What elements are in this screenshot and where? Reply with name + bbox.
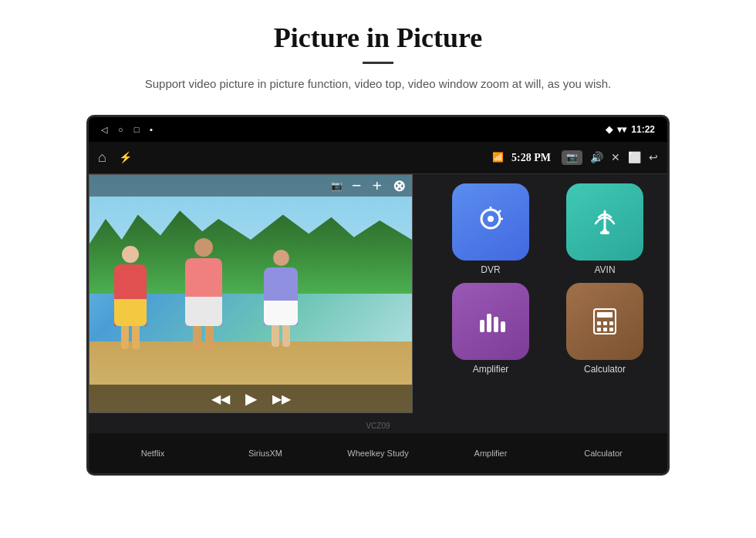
video-bottom-controls: ◀◀ ▶ ▶▶ [89,385,412,412]
nav-back-icon[interactable]: ↩ [649,151,658,164]
right-column: DVR AVIN [428,174,667,476]
svg-line-3 [498,210,501,213]
nav-home-icon[interactable]: ⌂ [98,150,106,166]
avin-icon-box[interactable] [566,183,643,261]
pip-topbar: 📷 − + ⊗ [89,175,412,197]
bottom-app-siriusxm[interactable]: SiriusXM [219,449,312,458]
amplifier-bottom-label: Amplifier [474,449,508,458]
video-play-button[interactable]: ▶ [245,389,257,408]
svg-rect-19 [609,328,613,331]
svg-point-1 [488,216,494,222]
pip-minus-button[interactable]: − [352,176,362,196]
nav-camera-icon[interactable]: 📷 [562,150,582,165]
nav-close-icon[interactable]: ✕ [611,151,620,164]
dvr-icon-box[interactable] [452,183,529,261]
amplifier-icon-box[interactable] [452,283,529,360]
nav-window-icon[interactable]: ⬜ [628,151,641,164]
app-grid: DVR AVIN [434,180,661,378]
svg-rect-17 [597,328,601,331]
nav-usb-icon[interactable]: ⚡ [119,151,132,164]
bottom-app-amplifier-bottom[interactable]: Amplifier [444,449,537,458]
location-icon: ◆ [606,124,613,135]
nav-bar: ⌂ ⚡ 📶 5:28 PM 📷 🔊 ✕ ⬜ ↩ [89,142,667,174]
status-bar-right: ◆ ▾▾ 11:22 [606,124,655,135]
calculator-label: Calculator [584,364,626,375]
avin-label: AVIN [594,264,615,275]
svg-rect-15 [603,321,607,325]
header-section: Picture in Picture Support video picture… [0,0,756,101]
bottom-app-calculator-bottom[interactable]: Calculator [557,449,650,458]
calculator-icon [588,304,622,338]
recents-icon[interactable]: □ [134,125,140,134]
video-forward-button[interactable]: ▶▶ [272,392,291,406]
netflix-label: Netflix [141,449,165,458]
svg-rect-11 [501,321,505,332]
calculator-bottom-label: Calculator [584,449,623,458]
status-bar-left: ◁ ○ □ ▪ [101,125,153,135]
video-rewind-button[interactable]: ◀◀ [211,392,230,406]
wheelkey-label: Wheelkey Study [347,449,408,458]
subtitle: Support video picture in picture functio… [100,75,656,93]
app-cell-amplifier[interactable]: Amplifier [437,283,544,375]
bottom-app-wheelkey[interactable]: Wheelkey Study [332,449,424,458]
status-bar: ◁ ○ □ ▪ ◆ ▾▾ 11:22 [89,117,667,142]
pip-controls: − + ⊗ [352,176,406,196]
avin-icon [588,205,622,239]
device-frame: ◁ ○ □ ▪ ◆ ▾▾ 11:22 ⌂ ⚡ 📶 5:28 PM 📷 🔊 ✕ ⬜ [86,115,670,476]
status-time: 11:22 [631,124,655,135]
svg-rect-14 [597,321,601,325]
wifi-icon: ▾▾ [617,124,626,135]
pip-plus-button[interactable]: + [372,176,382,196]
dvr-label: DVR [481,264,500,275]
amplifier-label: Amplifier [473,364,509,375]
svg-rect-13 [597,312,613,318]
svg-rect-8 [480,320,484,332]
siriusxm-label: SiriusXM [248,449,282,458]
pip-close-button[interactable]: ⊗ [393,177,406,195]
title-divider [363,62,393,64]
nav-volume-icon[interactable]: 🔊 [590,151,603,164]
amplifier-icon [474,304,508,338]
nav-wifi-icon: 📶 [492,152,504,163]
pip-camera-icon: 📷 [331,180,343,192]
video-scene [89,175,412,412]
bottom-labels-row: Netflix SiriusXM Wheelkey Study Amplifie… [89,433,667,473]
left-column: 📷 − + ⊗ ◀◀ ▶ ▶▶ [89,174,428,476]
back-icon[interactable]: ◁ [101,125,107,135]
calculator-icon-box[interactable] [566,283,643,360]
bottom-app-netflix[interactable]: Netflix [106,449,199,458]
app-cell-calculator[interactable]: Calculator [552,283,658,375]
svg-rect-16 [609,321,613,325]
page-wrapper: Picture in Picture Support video picture… [0,0,756,538]
nav-right: 📶 5:28 PM 📷 🔊 ✕ ⬜ ↩ [492,150,658,165]
menu-icon[interactable]: ▪ [150,125,153,134]
nav-time: 5:28 PM [511,152,551,164]
main-area: 📷 − + ⊗ ◀◀ ▶ ▶▶ [89,174,667,476]
page-title: Picture in Picture [46,22,710,54]
home-icon[interactable]: ○ [118,125,123,134]
svg-rect-10 [494,317,498,332]
dvr-icon [474,205,508,239]
svg-rect-18 [603,328,607,331]
video-pip[interactable]: 📷 − + ⊗ ◀◀ ▶ ▶▶ [89,174,413,413]
app-cell-avin[interactable]: AVIN [552,183,658,275]
app-cell-dvr[interactable]: DVR [437,183,544,275]
svg-rect-9 [487,314,491,332]
svg-rect-7 [600,231,609,234]
